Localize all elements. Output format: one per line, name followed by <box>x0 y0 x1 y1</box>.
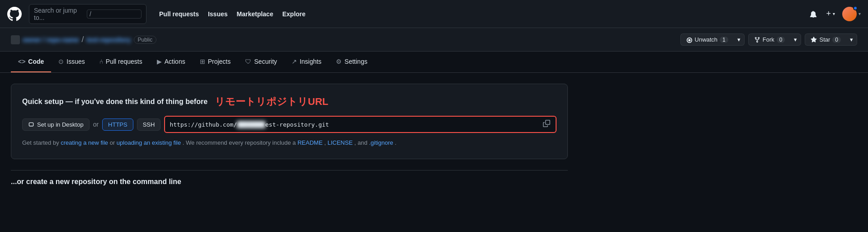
tab-insights[interactable]: ↗ Insights <box>284 52 329 72</box>
tab-settings-label: Settings <box>344 58 368 65</box>
unwatch-button[interactable]: Unwatch 1 <box>680 33 734 46</box>
notifications-button[interactable] <box>808 9 819 19</box>
plus-icon: + <box>826 9 831 19</box>
caret-down-icon: ▾ <box>833 11 835 16</box>
search-box[interactable]: Search or jump to... / <box>29 4 146 24</box>
tab-pullrequests[interactable]: ⑃ Pull requests <box>92 52 150 72</box>
create-section-title: ...or create a new repository on the com… <box>11 178 568 186</box>
repo-actions: Unwatch 1 ▾ Fork 0 ▾ Star 0 ▾ <box>680 33 857 46</box>
repo-owner-name[interactable]: owner / repo-name <box>23 36 79 43</box>
copy-url-button[interactable] <box>542 119 551 130</box>
or-text: or <box>93 121 99 128</box>
nav-links: Pull requests Issues Marketplace Explore <box>156 8 309 20</box>
nav-pullrequests[interactable]: Pull requests <box>156 8 203 20</box>
url-input-wrapper: https://github.com/████████est-repositor… <box>164 116 557 133</box>
tab-actions-label: Actions <box>165 58 185 65</box>
quick-setup-annotation: リモートリポジトリURL <box>215 95 328 109</box>
tab-pullrequests-label: Pull requests <box>106 58 142 65</box>
quick-setup-header: Quick setup — if you've done this kind o… <box>22 95 557 109</box>
fork-group: Fork 0 ▾ <box>748 33 802 46</box>
tab-security[interactable]: 🛡 Security <box>238 52 284 72</box>
star-count: 0 <box>832 37 841 43</box>
issues-icon: ⊙ <box>58 58 64 65</box>
nav-right: + ▾ ▾ <box>808 7 861 21</box>
security-icon: 🛡 <box>245 58 251 65</box>
search-placeholder: Search or jump to... <box>34 7 83 21</box>
repo-owner-icon <box>11 35 20 44</box>
quick-setup-title: Quick setup — if you've done this kind o… <box>22 98 208 106</box>
star-label: Star <box>819 36 830 43</box>
github-logo[interactable] <box>7 7 22 21</box>
projects-icon: ⊞ <box>200 58 205 65</box>
unwatch-label: Unwatch <box>695 36 718 43</box>
actions-icon: ▶ <box>157 58 162 65</box>
tab-security-label: Security <box>254 58 277 65</box>
tab-issues-label: Issues <box>66 58 85 65</box>
unwatch-count: 1 <box>720 37 728 43</box>
create-file-link[interactable]: creating a new file <box>61 139 108 146</box>
avatar-caret: ▾ <box>859 11 861 16</box>
tab-code-label: Code <box>28 58 44 65</box>
fork-dropdown[interactable]: ▾ <box>790 33 801 46</box>
nav-explore[interactable]: Explore <box>278 8 309 20</box>
tab-insights-label: Insights <box>300 58 321 65</box>
license-link[interactable]: LICENSE <box>327 139 353 146</box>
ssh-button[interactable]: SSH <box>137 118 161 131</box>
star-button[interactable]: Star 0 <box>805 33 846 46</box>
unwatch-group: Unwatch 1 ▾ <box>680 33 745 46</box>
user-menu[interactable]: ▾ <box>842 7 861 21</box>
tab-issues[interactable]: ⊙ Issues <box>51 52 92 72</box>
nav-marketplace[interactable]: Marketplace <box>233 8 277 20</box>
readme-link[interactable]: README <box>297 139 323 146</box>
breadcrumb-separator: / <box>81 35 84 44</box>
star-group: Star 0 ▾ <box>805 33 857 46</box>
gitignore-link[interactable]: .gitignore <box>369 139 393 146</box>
fork-count: 0 <box>777 37 785 43</box>
breadcrumb: owner / repo-name / test-repository Publ… <box>11 35 156 44</box>
unwatch-dropdown[interactable]: ▾ <box>734 33 745 46</box>
setup-desktop-label: Set up in Desktop <box>37 121 84 128</box>
search-slash-icon: / <box>87 9 142 19</box>
setup-description: Get started by creating a new file or up… <box>22 138 557 148</box>
setup-desktop-button[interactable]: Set up in Desktop <box>22 118 90 131</box>
repo-visibility-badge: Public <box>134 36 157 44</box>
main-content: Quick setup — if you've done this kind o… <box>0 73 579 204</box>
avatar-badge <box>853 6 858 10</box>
top-navigation: Search or jump to... / Pull requests Iss… <box>0 0 868 28</box>
star-dropdown[interactable]: ▾ <box>846 33 857 46</box>
create-new-button[interactable]: + ▾ <box>824 7 837 20</box>
quick-setup-box: Quick setup — if you've done this kind o… <box>11 84 568 159</box>
tab-projects[interactable]: ⊞ Projects <box>193 52 238 72</box>
https-button[interactable]: HTTPS <box>102 118 133 131</box>
tab-actions[interactable]: ▶ Actions <box>150 52 193 72</box>
repo-url: https://github.com/████████est-repositor… <box>170 121 538 128</box>
repo-name[interactable]: test-repository <box>86 36 131 43</box>
fork-button[interactable]: Fork 0 <box>748 33 791 46</box>
create-section: ...or create a new repository on the com… <box>11 170 568 193</box>
pullrequest-icon: ⑃ <box>99 58 103 65</box>
repo-tabs: <> Code ⊙ Issues ⑃ Pull requests ▶ Actio… <box>0 52 868 73</box>
code-icon: <> <box>18 58 25 65</box>
upload-file-link[interactable]: uploading an existing file <box>117 139 181 146</box>
insights-icon: ↗ <box>292 58 297 65</box>
nav-issues[interactable]: Issues <box>204 8 231 20</box>
settings-icon: ⚙ <box>336 58 342 65</box>
fork-label: Fork <box>763 36 774 43</box>
tab-settings[interactable]: ⚙ Settings <box>329 52 375 72</box>
tab-code[interactable]: <> Code <box>11 52 51 72</box>
repo-header: owner / repo-name / test-repository Publ… <box>0 28 868 52</box>
user-avatar[interactable] <box>842 7 857 21</box>
url-row: Set up in Desktop or HTTPS SSH https://g… <box>22 116 557 133</box>
tab-projects-label: Projects <box>208 58 231 65</box>
